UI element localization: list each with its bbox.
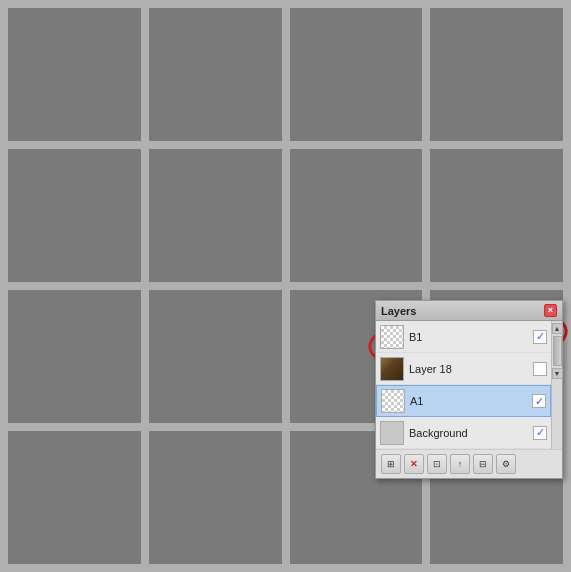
grid-cell — [290, 149, 423, 282]
grid-cell — [8, 431, 141, 564]
layer-item-layer18[interactable]: Layer 18 — [376, 353, 551, 385]
move-up-button[interactable]: ↑ — [450, 454, 470, 474]
grid-cell — [149, 431, 282, 564]
new-layer-icon: ⊡ — [433, 459, 441, 469]
merge-button[interactable]: ⊟ — [473, 454, 493, 474]
checkmark-a1: ✓ — [535, 396, 544, 407]
merge-icon: ⊟ — [479, 459, 487, 469]
layer-thumbnail-layer18 — [380, 357, 404, 381]
layer-item-a1[interactable]: A1 ✓ — [376, 385, 551, 417]
delete-icon: ✕ — [410, 459, 418, 469]
grid-cell — [8, 149, 141, 282]
scroll-down-arrow[interactable]: ▼ — [552, 368, 563, 379]
new-group-icon: ⊞ — [387, 459, 395, 469]
layer-item-b1[interactable]: B1 ✓ — [376, 321, 551, 353]
grid-cell — [430, 8, 563, 141]
grid-cell — [149, 149, 282, 282]
checkmark-background: ✓ — [536, 427, 545, 438]
layer-visibility-a1[interactable]: ✓ — [532, 394, 546, 408]
new-group-button[interactable]: ⊞ — [381, 454, 401, 474]
grid-cell — [290, 8, 423, 141]
layer-name-a1: A1 — [410, 395, 529, 407]
grid-cell — [149, 290, 282, 423]
layer-name-layer18: Layer 18 — [409, 363, 530, 375]
settings-icon: ⚙ — [502, 459, 510, 469]
scroll-thumb[interactable] — [553, 336, 562, 366]
scroll-up-arrow[interactable]: ▲ — [552, 323, 563, 334]
layers-title-bar: Layers × — [376, 301, 562, 321]
grid-cell — [8, 290, 141, 423]
scrollbar[interactable]: ▲ ▼ — [551, 321, 562, 449]
canvas-area — [0, 0, 571, 572]
grid-cell — [149, 8, 282, 141]
layers-toolbar: ⊞ ✕ ⊡ ↑ ⊟ ⚙ — [376, 449, 562, 478]
new-layer-button[interactable]: ⊡ — [427, 454, 447, 474]
layer-item-background[interactable]: Background ✓ — [376, 417, 551, 449]
grid-cell — [430, 149, 563, 282]
layer-thumbnail-b1 — [380, 325, 404, 349]
layers-content: B1 ✓ Layer 18 A1 ✓ — [376, 321, 562, 449]
layers-panel: Layers × B1 ✓ Layer 18 A1 — [375, 300, 563, 479]
grid-cell — [8, 8, 141, 141]
layer-thumbnail-background — [380, 421, 404, 445]
layers-list: B1 ✓ Layer 18 A1 ✓ — [376, 321, 551, 449]
move-up-icon: ↑ — [458, 459, 463, 469]
layers-panel-title: Layers — [381, 305, 416, 317]
settings-button[interactable]: ⚙ — [496, 454, 516, 474]
layer-visibility-b1[interactable]: ✓ — [533, 330, 547, 344]
checkmark-b1: ✓ — [536, 331, 545, 342]
layer-name-b1: B1 — [409, 331, 530, 343]
close-button[interactable]: × — [544, 304, 557, 317]
layer-visibility-layer18[interactable] — [533, 362, 547, 376]
delete-layer-button[interactable]: ✕ — [404, 454, 424, 474]
layer-name-background: Background — [409, 427, 530, 439]
layer-thumbnail-a1 — [381, 389, 405, 413]
layer-visibility-background[interactable]: ✓ — [533, 426, 547, 440]
